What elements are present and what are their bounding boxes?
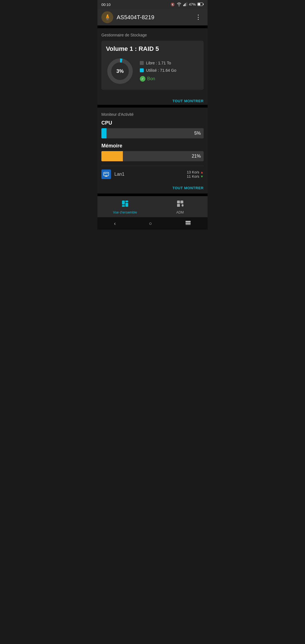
lan-speed-down: 11 Ko/s ▼: [187, 174, 204, 179]
storage-section-title: Gestionnaire de Stockage: [101, 33, 204, 37]
svg-rect-19: [122, 205, 125, 207]
battery-icon: [197, 3, 204, 7]
overview-icon: [121, 200, 129, 209]
libre-dot: [140, 61, 144, 65]
adm-icon: [177, 200, 184, 209]
recents-button[interactable]: [185, 221, 191, 227]
memory-metric: Mémoire 21%: [101, 143, 204, 161]
svg-rect-12: [104, 176, 108, 177]
svg-rect-17: [125, 201, 128, 202]
cpu-percent-text: 5%: [194, 131, 201, 136]
svg-rect-7: [203, 3, 204, 5]
svg-rect-3: [186, 3, 186, 6]
lan-speeds: 13 Ko/s ▲ 11 Ko/s ▼: [187, 170, 204, 179]
svg-rect-11: [105, 176, 107, 176]
divider-band-top: [97, 25, 208, 28]
nav-adm[interactable]: ADM: [152, 199, 208, 216]
storage-tout-montrer-button[interactable]: TOUT MONTRER: [173, 99, 204, 103]
cpu-label: CPU: [101, 120, 204, 126]
app-bar: 🧍 AS5404T-8219 ⋮: [97, 9, 208, 25]
cpu-progress-bar: 5%: [101, 128, 204, 138]
legend-libre: Libre : 1.71 To: [140, 61, 176, 65]
activity-tout-montrer-button[interactable]: TOUT MONTRER: [173, 186, 204, 190]
app-title: AS5404T-8219: [117, 14, 193, 21]
status-label: Bon: [147, 76, 155, 81]
svg-rect-22: [177, 204, 180, 207]
donut-chart: 3%: [106, 57, 134, 85]
cpu-progress-fill: [101, 128, 106, 138]
app-logo: 🧍: [101, 11, 113, 23]
svg-rect-6: [198, 3, 200, 5]
svg-rect-20: [177, 201, 180, 203]
storage-tout-montrer-row: TOUT MONTRER: [97, 95, 208, 105]
svg-rect-1: [184, 4, 185, 6]
svg-rect-10: [104, 172, 109, 176]
activity-section: Moniteur d'Activité CPU 5% Mémoire 21%: [97, 108, 208, 182]
svg-rect-18: [125, 203, 128, 207]
memory-percent-text: 21%: [192, 154, 201, 159]
more-options-button[interactable]: ⋮: [193, 12, 204, 22]
svg-rect-27: [186, 224, 191, 225]
svg-rect-26: [186, 223, 191, 224]
activity-tout-montrer-row: TOUT MONTRER: [97, 182, 208, 193]
svg-rect-21: [180, 201, 183, 203]
storage-card: Volume 1 : RAID 5 3% Libre : 1.71 To: [101, 41, 204, 90]
memory-progress-fill: [101, 151, 123, 161]
lan-speed-up: 13 Ko/s ▲: [187, 170, 204, 174]
home-button[interactable]: ○: [149, 221, 152, 227]
svg-rect-2: [185, 3, 186, 6]
lan-name: Lan1: [114, 172, 187, 177]
signal-icon: [183, 2, 187, 7]
activity-section-title: Moniteur d'Activité: [101, 112, 204, 117]
utilise-label: Utilisé : 71.64 Go: [146, 68, 176, 73]
svg-rect-16: [122, 201, 125, 204]
svg-rect-14: [106, 173, 108, 173]
battery-text: 47%: [189, 3, 196, 6]
storage-status: ✓ Bon: [140, 76, 176, 82]
status-bar: 00:10 🔇 47%: [97, 0, 208, 9]
nav-overview[interactable]: Vue d'ensemble: [97, 199, 152, 216]
back-button[interactable]: ‹: [114, 221, 116, 227]
memory-progress-bar: 21%: [101, 151, 204, 161]
svg-rect-4: [187, 2, 187, 6]
lan-row: Lan1 13 Ko/s ▲ 11 Ko/s ▼: [101, 166, 204, 182]
memory-label: Mémoire: [101, 143, 204, 149]
overview-label: Vue d'ensemble: [113, 210, 137, 214]
storage-legend: Libre : 1.71 To Utilisé : 71.64 Go ✓ Bon: [140, 61, 176, 82]
lan-icon: [101, 169, 111, 179]
cpu-metric: CPU 5%: [101, 120, 204, 138]
adm-label: ADM: [176, 210, 184, 214]
svg-rect-13: [104, 173, 106, 174]
divider-band-bottom: [97, 193, 208, 196]
divider-band-middle: [97, 105, 208, 108]
up-arrow-icon: ▲: [200, 170, 204, 174]
legend-utilise: Utilisé : 71.64 Go: [140, 68, 176, 73]
bottom-nav: Vue d'ensemble ADM: [97, 196, 208, 217]
svg-rect-15: [106, 174, 108, 174]
utilise-dot: [140, 68, 144, 72]
status-icons: 🔇 47%: [171, 2, 204, 7]
volume-title: Volume 1 : RAID 5: [106, 45, 199, 53]
wifi-icon: [177, 2, 182, 7]
system-nav-bar: ‹ ○: [97, 217, 208, 230]
storage-section: Gestionnaire de Stockage Volume 1 : RAID…: [97, 28, 208, 95]
donut-percent-text: 3%: [116, 68, 124, 74]
svg-rect-0: [183, 5, 184, 6]
down-arrow-icon: ▼: [200, 175, 204, 179]
status-time: 00:10: [101, 3, 111, 7]
libre-label: Libre : 1.71 To: [146, 61, 171, 65]
mute-icon: 🔇: [171, 3, 175, 6]
check-icon: ✓: [140, 76, 145, 82]
storage-body: 3% Libre : 1.71 To Utilisé : 71.64 Go ✓ …: [106, 57, 199, 85]
svg-rect-25: [186, 221, 191, 222]
